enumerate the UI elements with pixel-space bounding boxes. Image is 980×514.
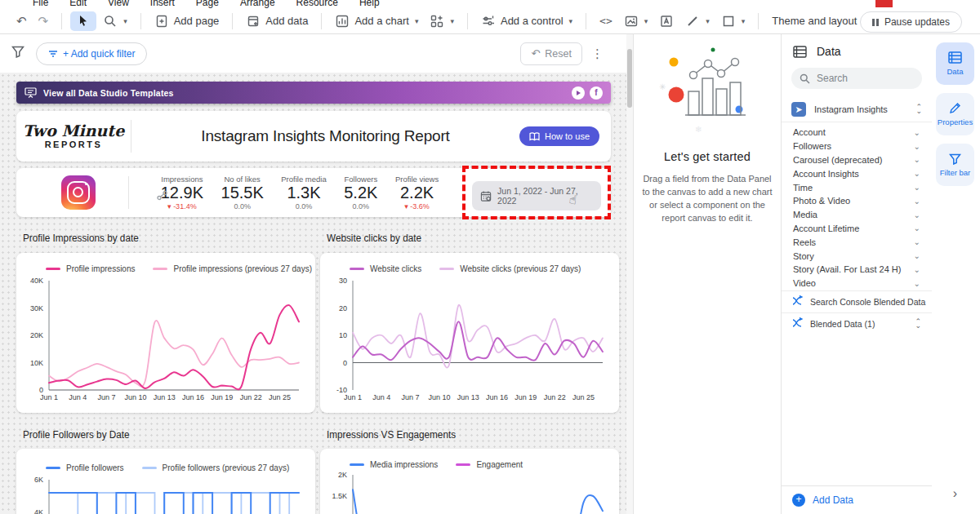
- unfold-icon[interactable]: ⌃⌄: [915, 320, 921, 328]
- tab-filter-bar[interactable]: Filter bar: [936, 144, 974, 186]
- tab-data[interactable]: Data: [936, 42, 974, 85]
- text-button[interactable]: [654, 11, 679, 31]
- field-account[interactable]: Account⌄: [782, 126, 932, 140]
- add-control-button[interactable]: Add a control ▾: [476, 11, 577, 31]
- chevron-down-icon[interactable]: ⌄: [914, 169, 920, 178]
- metric-no-of-likes[interactable]: No of likes15.5K0.0%: [221, 175, 264, 210]
- chart-title-profile-impressions: Profile Impressions by date: [23, 233, 139, 244]
- menu-help[interactable]: Help: [359, 0, 380, 8]
- community-visualizations-button[interactable]: ▾: [425, 11, 459, 31]
- filter-lines-icon: [48, 50, 58, 58]
- metric-followers[interactable]: Followers5.2K0.0%: [344, 175, 377, 210]
- field-time[interactable]: Time⌄: [782, 180, 932, 194]
- theme-layout-button[interactable]: Theme and layout: [767, 12, 862, 29]
- menu-edit[interactable]: Edit: [69, 0, 87, 8]
- brand-logo: Two Minute REPORTS: [16, 123, 131, 149]
- svg-text:0: 0: [343, 359, 347, 367]
- recording-indicator: [875, 0, 893, 7]
- blend-search-console-blended-data[interactable]: Search Console Blended Data⌃⌄: [782, 290, 932, 312]
- filter-bar-menu-button[interactable]: ⋮: [591, 47, 604, 61]
- field-photo-video[interactable]: Photo & Video⌄: [782, 194, 932, 208]
- svg-text:20: 20: [339, 304, 347, 312]
- menu-page[interactable]: Page: [196, 0, 219, 8]
- metric-profile-views[interactable]: Profile views2.2K▾ -3.6%: [395, 175, 439, 210]
- menu-view[interactable]: View: [108, 0, 129, 8]
- menu-bar: FileEditViewInsertPageArrangeResourceHel…: [0, 0, 980, 8]
- collapse-panel-chevron[interactable]: ›: [953, 486, 957, 501]
- chevron-down-icon[interactable]: ⌄: [914, 142, 920, 151]
- shape-button[interactable]: ▾: [716, 11, 751, 31]
- chevron-down-icon[interactable]: ⌄: [914, 251, 920, 260]
- redo-button[interactable]: ↷: [33, 12, 54, 29]
- add-quick-filter-button[interactable]: + Add quick filter: [36, 42, 147, 65]
- add-data-icon: [246, 14, 261, 29]
- chevron-down-icon[interactable]: ⌄: [914, 128, 920, 137]
- metric-label: Impressions: [161, 175, 203, 184]
- tab-properties[interactable]: Properties: [936, 93, 974, 135]
- chevron-down-icon[interactable]: ⌄: [914, 155, 920, 164]
- text-box-icon: [659, 14, 674, 29]
- menu-file[interactable]: File: [33, 0, 48, 8]
- svg-text:Jun 25: Jun 25: [572, 393, 595, 401]
- field-media[interactable]: Media⌄: [782, 208, 932, 222]
- add-data-button[interactable]: Add data: [241, 11, 313, 31]
- chevron-down-icon[interactable]: ⌄: [914, 279, 920, 288]
- line-button[interactable]: ▾: [680, 11, 715, 31]
- chevron-down-icon[interactable]: ⌄: [914, 197, 920, 206]
- menu-arrange[interactable]: Arrange: [240, 0, 275, 8]
- connector-instagram-insights[interactable]: ➤ Instagram Insights ⌃⌄: [782, 97, 932, 122]
- search-input[interactable]: [817, 73, 906, 84]
- field-reels[interactable]: Reels⌄: [782, 235, 932, 249]
- field-label: Story: [793, 251, 914, 261]
- dropdown-caret-icon: ▾: [123, 17, 127, 25]
- field-story[interactable]: Story⌄: [782, 249, 932, 263]
- reset-button[interactable]: ↶ Reset: [520, 42, 582, 65]
- report-header-card[interactable]: Two Minute REPORTS Instagram Insights Mo…: [16, 111, 611, 162]
- field-account-lifetime[interactable]: Account Lifetime⌄: [782, 222, 932, 236]
- profile-followers-chart-card[interactable]: Profile followersProfile followers (prev…: [16, 449, 315, 514]
- image-button[interactable]: ▾: [619, 11, 653, 31]
- collapse-icon[interactable]: ⌃⌄: [915, 105, 922, 113]
- pause-updates-button[interactable]: Pause updates: [860, 11, 962, 33]
- chevron-down-icon[interactable]: ⌄: [914, 210, 920, 219]
- chevron-down-icon[interactable]: ⌄: [914, 224, 920, 233]
- scrollbar-thumb[interactable]: [627, 49, 632, 108]
- embed-button[interactable]: <>: [595, 13, 617, 29]
- field-account-insights[interactable]: Account Insights⌄: [782, 166, 932, 180]
- field-carousel-deprecated-[interactable]: Carousel (deprecated)⌄: [782, 153, 932, 167]
- add-data-source-button[interactable]: + Add Data: [782, 485, 932, 514]
- youtube-icon[interactable]: [572, 86, 585, 100]
- field-video[interactable]: Video⌄: [782, 277, 932, 290]
- facebook-icon[interactable]: f: [590, 86, 603, 100]
- menu-resource[interactable]: Resource: [296, 0, 338, 8]
- report-canvas[interactable]: View all Data Studio Templates f Two Min…: [0, 73, 633, 514]
- chevron-down-icon[interactable]: ⌄: [914, 183, 920, 192]
- how-to-use-button[interactable]: How to use: [519, 126, 599, 146]
- website-clicks-chart-card[interactable]: Website clicksWebsite clicks (previous 2…: [320, 253, 619, 413]
- canvas-scrollbar[interactable]: [626, 34, 633, 514]
- zoom-tool-button[interactable]: ▾: [98, 11, 132, 31]
- legend-label: Profile followers: [66, 463, 124, 472]
- chevron-down-icon[interactable]: ⌄: [914, 265, 920, 274]
- filter-funnel-icon[interactable]: [11, 46, 24, 61]
- data-tab-icon: [948, 51, 962, 64]
- add-page-button[interactable]: Add page: [149, 11, 225, 31]
- field-search-box[interactable]: [791, 68, 922, 89]
- field-followers[interactable]: Followers⌄: [782, 140, 932, 153]
- blend-list: Search Console Blended Data⌃⌄Blended Dat…: [782, 290, 932, 335]
- menu-insert[interactable]: Insert: [150, 0, 175, 8]
- impressions-engagements-chart-card[interactable]: Media impressionsEngagement 05001K1.5K2K…: [320, 449, 619, 514]
- profile-impressions-chart-card[interactable]: Profile impressionsProfile impressions (…: [16, 253, 315, 413]
- metric-profile-media[interactable]: Profile media1.3K0.0%: [281, 175, 326, 210]
- select-tool-button[interactable]: [70, 11, 96, 31]
- blend-blended-data-1-[interactable]: Blended Data (1)⌃⌄: [782, 312, 932, 335]
- field-story-avail-for-last-24-h-[interactable]: Story (Avail. For Last 24 H)⌄: [782, 263, 932, 277]
- field-label: Followers: [793, 141, 914, 151]
- undo-button[interactable]: ↶: [11, 12, 32, 29]
- add-chart-button[interactable]: Add a chart ▾: [330, 11, 423, 31]
- chevron-down-icon[interactable]: ⌄: [914, 237, 920, 246]
- templates-banner[interactable]: View all Data Studio Templates f: [16, 82, 611, 104]
- date-range-control[interactable]: Jun 1, 2022 - Jun 27, 2022: [472, 181, 601, 210]
- svg-text:30: 30: [339, 277, 347, 285]
- blend-label: Blended Data (1): [810, 319, 907, 329]
